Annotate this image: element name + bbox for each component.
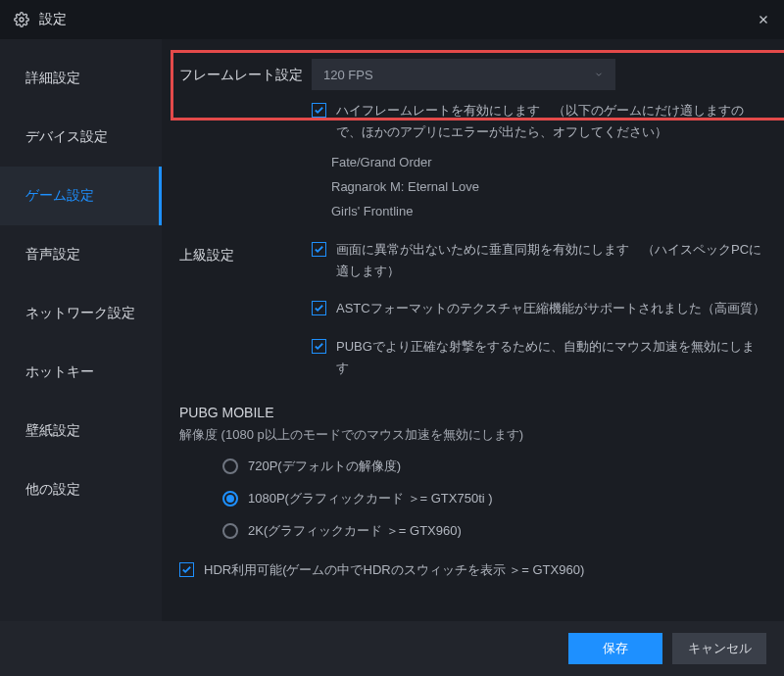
astc-checkbox[interactable] [312,301,326,315]
hdr-text: HDR利用可能(ゲームの中でHDRのスウィッチを表示 ＞= GTX960) [204,559,766,581]
sidebar: 詳細設定 デバイス設定 ゲーム設定 音声設定 ネットワーク設定 ホットキー 壁紙… [0,39,162,621]
resolution-1080p[interactable]: 1080P(グラフィックカード ＞= GTX750ti ) [222,490,766,507]
pubg-mouse-checkbox[interactable] [312,339,326,354]
high-fps-checkbox[interactable] [312,103,326,118]
content: フレームレート設定 120 FPS ハイフレームレートを有効にします （以下のゲ… [162,39,784,621]
vsync-checkbox[interactable] [312,242,326,257]
chevron-down-icon [594,70,604,79]
check-icon [314,244,324,255]
radio-label: 1080P(グラフィックカード ＞= GTX750ti ) [248,490,493,507]
close-icon[interactable] [757,13,770,26]
framerate-label: フレームレート設定 [179,59,312,85]
sidebar-item-label: ゲーム設定 [25,187,94,205]
svg-point-0 [20,18,24,22]
sidebar-item-audio[interactable]: 音声設定 [0,225,162,284]
sidebar-item-game[interactable]: ゲーム設定 [0,167,162,225]
pubg-title: PUBG MOBILE [179,405,766,420]
advanced-label: 上級設定 [179,239,312,266]
vsync-text: 画面に異常が出ないために垂直同期を有効にします （ハイスペックPCに適します） [336,239,766,282]
sidebar-item-label: ホットキー [25,363,94,381]
pubg-mouse-text: PUBGでより正確な射撃をするために、自動的にマウス加速を無効にします [336,336,766,379]
sidebar-item-device[interactable]: デバイス設定 [0,108,162,167]
sidebar-item-label: デバイス設定 [25,128,108,146]
resolution-720p[interactable]: 720P(デフォルトの解像度) [222,458,766,475]
game-item: Ragnarok M: Eternal Love [331,175,766,200]
sidebar-item-label: 詳細設定 [25,70,80,87]
radio-label: 2K(グラフィックカード ＞= GTX960) [248,522,462,540]
radio-icon [222,523,238,539]
check-icon [181,564,192,575]
sidebar-item-wallpaper[interactable]: 壁紙設定 [0,402,162,460]
cancel-button[interactable]: キャンセル [672,633,766,664]
window-title: 設定 [39,11,67,28]
footer: 保存 キャンセル [0,621,784,676]
pubg-note: 解像度 (1080 p以上のモードでのマウス加速を無効にします) [179,426,766,444]
check-icon [314,341,324,352]
titlebar: 設定 [0,0,784,39]
framerate-value: 120 FPS [323,68,373,82]
resolution-2k[interactable]: 2K(グラフィックカード ＞= GTX960) [222,522,766,540]
sidebar-item-other[interactable]: 他の設定 [0,460,162,519]
radio-icon [222,491,238,507]
hdr-checkbox[interactable] [179,562,194,577]
astc-text: ASTCフォーマットのテクスチャ圧縮機能がサポートされました（高画質） [336,298,766,319]
high-fps-text: ハイフレームレートを有効にします （以下のゲームにだけ適しますので、ほかのアプリ… [336,100,766,143]
radio-label: 720P(デフォルトの解像度) [248,458,401,475]
game-list: Fate/Grand Order Ragnarok M: Eternal Lov… [331,151,766,223]
sidebar-item-label: 壁紙設定 [25,422,80,440]
sidebar-item-hotkey[interactable]: ホットキー [0,343,162,402]
sidebar-item-detail[interactable]: 詳細設定 [0,49,162,108]
save-button[interactable]: 保存 [568,633,662,664]
sidebar-item-label: 他の設定 [25,481,80,499]
check-icon [314,105,324,116]
game-item: Girls' Frontline [331,200,766,224]
check-icon [314,303,324,314]
sidebar-item-label: ネットワーク設定 [25,305,135,322]
sidebar-item-network[interactable]: ネットワーク設定 [0,284,162,343]
game-item: Fate/Grand Order [331,151,766,175]
sidebar-item-label: 音声設定 [25,246,80,264]
gear-icon [14,12,29,27]
framerate-select[interactable]: 120 FPS [312,59,615,90]
radio-icon [222,459,238,474]
